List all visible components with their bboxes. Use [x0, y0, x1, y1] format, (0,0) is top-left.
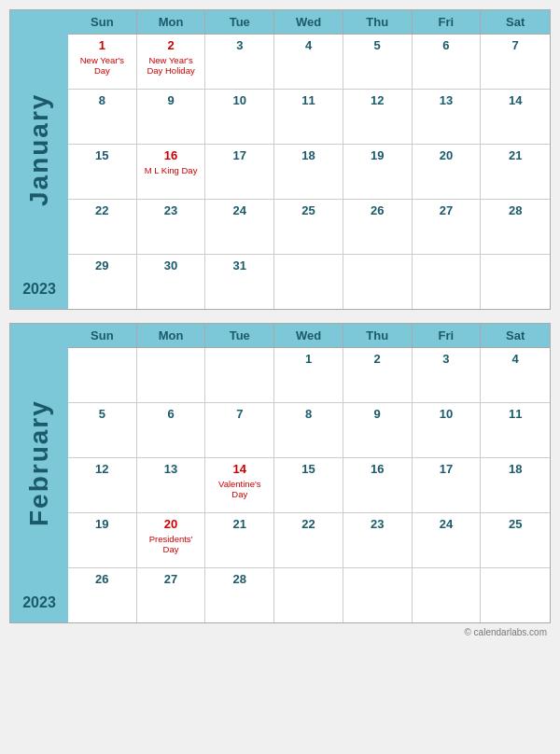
day-num-25: 25	[509, 517, 522, 533]
day-cell-0-6: 7	[481, 35, 550, 89]
calendar-grid-january: SunMonTueWedThuFriSat1New Year's Day2New…	[68, 10, 550, 309]
day-cell-4-1: 30	[137, 255, 206, 309]
day-cell-4-3	[274, 568, 343, 622]
week-row-2: 1516M L King Day1718192021	[68, 145, 550, 200]
day-num-8: 8	[99, 93, 105, 109]
day-num-11: 11	[509, 407, 522, 423]
day-cell-1-4: 12	[343, 90, 413, 144]
day-cell-3-0: 22	[68, 200, 137, 254]
day-cell-3-5: 27	[413, 200, 482, 254]
week-row-1: 567891011	[68, 403, 550, 458]
day-cell-1-5: 13	[413, 90, 482, 144]
day-cell-2-5: 17	[413, 458, 482, 512]
day-cell-3-2: 24	[205, 200, 274, 254]
month-year-january: 2023	[22, 281, 56, 298]
day-header-sat: Sat	[481, 324, 550, 347]
week-row-0: 1New Year's Day2New Year's Day Holiday34…	[68, 35, 550, 90]
day-num-27: 27	[440, 203, 453, 219]
day-num-19: 19	[95, 517, 108, 533]
day-header-tue: Tue	[205, 10, 274, 34]
day-num-16: 16	[164, 148, 177, 164]
day-header-fri: Fri	[413, 10, 482, 34]
month-year-february: 2023	[22, 594, 56, 611]
day-header-sat: Sat	[481, 10, 550, 34]
day-cell-0-0	[68, 348, 137, 402]
day-cell-2-0: 12	[68, 458, 137, 512]
day-num-26: 26	[95, 572, 108, 588]
day-num-6: 6	[167, 407, 174, 423]
day-header-thu: Thu	[343, 10, 413, 34]
holiday-label-14: Valentine's Day	[210, 479, 269, 500]
day-header-sun: Sun	[68, 10, 137, 34]
day-cell-2-6: 18	[481, 458, 550, 512]
day-cell-3-6: 25	[481, 513, 550, 567]
day-cell-2-1: 16M L King Day	[137, 145, 206, 199]
day-num-9: 9	[167, 93, 174, 109]
day-num-19: 19	[371, 148, 384, 164]
day-cell-1-3: 11	[274, 90, 343, 144]
day-headers-row: SunMonTueWedThuFriSat	[68, 324, 550, 348]
holiday-label-1: New Year's Day	[73, 55, 132, 77]
day-num-6: 6	[442, 38, 449, 54]
day-cell-4-0: 29	[68, 255, 137, 309]
day-header-thu: Thu	[343, 324, 413, 347]
day-cell-0-5: 3	[413, 348, 482, 402]
day-header-wed: Wed	[274, 10, 343, 34]
day-cell-2-0: 15	[68, 145, 137, 199]
day-cell-3-6: 28	[481, 200, 550, 254]
day-num-13: 13	[164, 462, 177, 478]
week-row-1: 891011121314	[68, 90, 550, 145]
day-num-11: 11	[301, 93, 315, 109]
day-num-28: 28	[509, 203, 522, 219]
week-row-4: 293031	[68, 255, 550, 309]
day-num-4: 4	[305, 38, 312, 54]
day-cell-0-6: 4	[481, 348, 550, 402]
day-num-18: 18	[301, 148, 315, 164]
day-header-mon: Mon	[137, 10, 206, 34]
day-num-17: 17	[233, 148, 246, 164]
day-cell-3-0: 19	[68, 513, 137, 567]
day-cell-1-1: 9	[137, 90, 206, 144]
day-cell-2-5: 20	[413, 145, 482, 199]
day-num-17: 17	[440, 462, 453, 478]
day-cell-0-2	[205, 348, 274, 402]
day-cell-1-4: 9	[343, 403, 413, 457]
week-row-2: 121314Valentine's Day15161718	[68, 458, 550, 513]
day-cell-2-3: 18	[274, 145, 343, 199]
day-num-16: 16	[371, 462, 384, 478]
day-num-8: 8	[305, 407, 312, 423]
day-num-25: 25	[301, 203, 315, 219]
day-cell-1-1: 6	[137, 403, 206, 457]
day-cell-1-5: 10	[413, 403, 482, 457]
day-num-22: 22	[301, 517, 315, 533]
day-num-14: 14	[509, 93, 522, 109]
day-num-14: 14	[233, 462, 246, 478]
day-cell-4-2: 31	[205, 255, 274, 309]
month-name-february: February	[24, 331, 54, 594]
day-cell-0-3: 1	[274, 348, 343, 402]
day-cell-4-0: 26	[68, 568, 137, 622]
day-num-1: 1	[305, 352, 312, 368]
day-num-20: 20	[164, 517, 177, 533]
day-num-15: 15	[95, 148, 108, 164]
day-header-sun: Sun	[68, 324, 137, 347]
month-label-col-january: January2023	[10, 10, 68, 309]
day-num-4: 4	[512, 352, 519, 368]
day-cell-4-3	[274, 255, 343, 309]
month-block-february: February2023SunMonTueWedThuFriSat1234567…	[9, 323, 551, 623]
day-num-24: 24	[233, 203, 246, 219]
day-num-13: 13	[440, 93, 453, 109]
day-num-26: 26	[371, 203, 384, 219]
day-num-23: 23	[164, 203, 177, 219]
day-cell-1-0: 8	[68, 90, 137, 144]
day-num-27: 27	[164, 572, 177, 588]
day-num-15: 15	[301, 462, 315, 478]
day-cell-2-2: 14Valentine's Day	[205, 458, 274, 512]
day-num-21: 21	[233, 517, 246, 533]
day-cell-3-1: 20Presidents' Day	[137, 513, 206, 567]
month-name-january: January	[24, 18, 54, 281]
day-num-1: 1	[99, 38, 105, 54]
week-row-3: 1920Presidents' Day2122232425	[68, 513, 550, 568]
day-num-2: 2	[374, 352, 381, 368]
day-cell-1-6: 14	[481, 90, 550, 144]
